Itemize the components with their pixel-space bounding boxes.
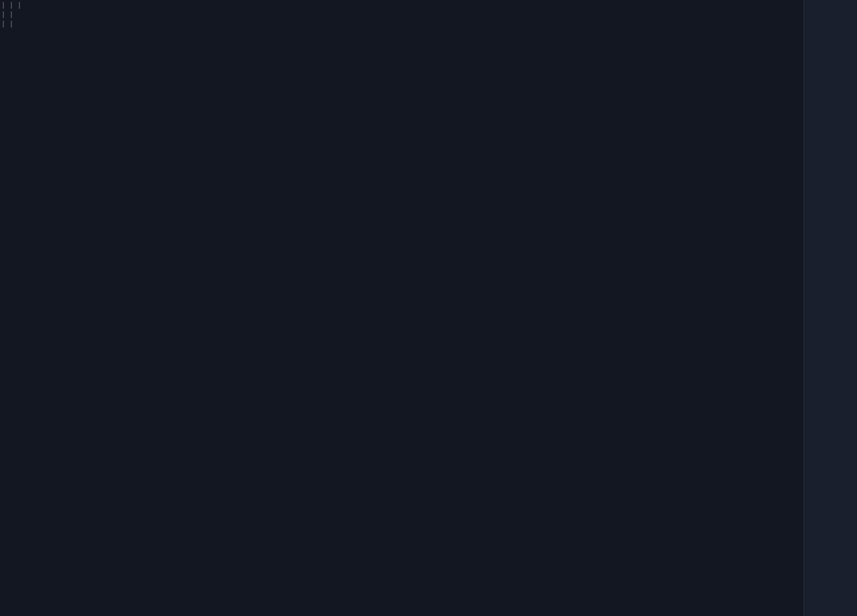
price-axis: [803, 0, 857, 616]
time-axis: [0, 603, 803, 616]
chart-canvas: [0, 0, 857, 616]
chart-container: | | | | | | |: [0, 0, 857, 616]
